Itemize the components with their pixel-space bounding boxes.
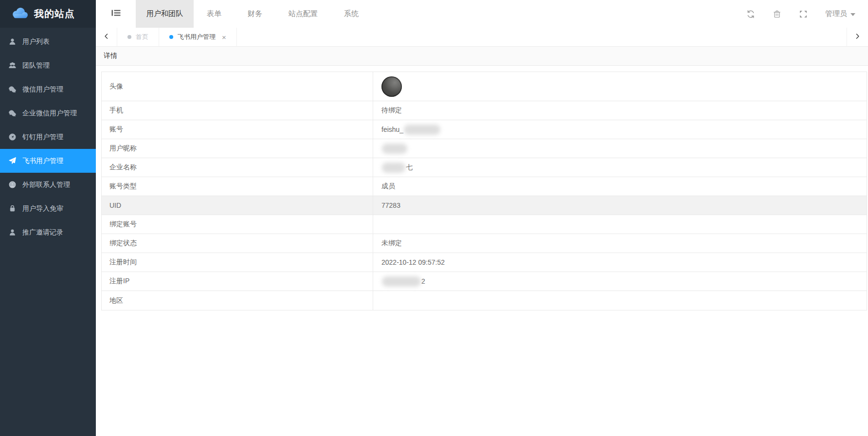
table-row: 用户昵称 xyxy=(102,139,867,158)
row-label: 绑定账号 xyxy=(102,215,373,234)
row-value xyxy=(373,139,867,158)
row-value: feishu_ xyxy=(373,120,867,139)
top-nav-tabs: 用户和团队表单财务站点配置系统 xyxy=(136,0,372,28)
redacted-value xyxy=(382,144,407,154)
page-tab-strip: 首页飞书用户管理× xyxy=(96,28,868,47)
top-nav-tab-system[interactable]: 系统 xyxy=(331,0,372,28)
panel-title: 详情 xyxy=(104,52,117,60)
table-row: 地区 xyxy=(102,291,867,310)
sidebar-item-invite-records[interactable]: 推广邀请记录 xyxy=(0,220,96,244)
row-value: 2 xyxy=(373,272,867,291)
row-label: 地区 xyxy=(102,291,373,310)
site-title: 我的站点 xyxy=(34,7,75,20)
chevron-left-icon xyxy=(103,33,109,41)
person-outline-icon xyxy=(9,229,16,236)
row-value: 待绑定 xyxy=(373,101,867,120)
detail-table: 头像手机待绑定账号feishu_用户昵称企业名称七账号类型成员UID77283绑… xyxy=(101,72,867,310)
sidebar-item-label: 外部联系人管理 xyxy=(22,181,70,189)
sidebar-item-external-contacts[interactable]: 外部联系人管理 xyxy=(0,173,96,197)
row-value: 2022-10-12 09:57:52 xyxy=(373,253,867,272)
sidebar-item-dingtalk-users[interactable]: 钉钉用户管理 xyxy=(0,125,96,149)
tabs-scroll-right-button[interactable] xyxy=(847,28,868,46)
top-nav-tab-label: 财务 xyxy=(248,9,262,18)
cell-value: 成员 xyxy=(381,182,395,191)
row-label: 手机 xyxy=(102,101,373,120)
top-nav-tab-label: 站点配置 xyxy=(289,9,318,18)
row-label: 账号 xyxy=(102,120,373,139)
top-nav-tab-label: 系统 xyxy=(344,9,359,18)
cell-value: 2022-10-12 09:57:52 xyxy=(381,258,445,266)
row-label: 注册时间 xyxy=(102,253,373,272)
topbar-actions: 管理员 xyxy=(746,0,868,28)
admin-dropdown[interactable]: 管理员 xyxy=(825,9,855,18)
sidebar-item-wechat-users[interactable]: 微信用户管理 xyxy=(0,77,96,101)
dingtalk-icon xyxy=(9,133,16,141)
sidebar-item-user-list[interactable]: 用户列表 xyxy=(0,30,96,54)
row-label: 绑定状态 xyxy=(102,234,373,253)
panel-header: 详情 xyxy=(96,47,868,66)
tab-strip-spacer xyxy=(237,28,847,46)
sidebar-item-label: 企业微信用户管理 xyxy=(22,109,77,118)
tabs-scroll-left-button[interactable] xyxy=(96,28,117,46)
fullscreen-button[interactable] xyxy=(799,10,808,18)
sidebar-item-team-management[interactable]: 团队管理 xyxy=(0,54,96,77)
table-row: 注册时间2022-10-12 09:57:52 xyxy=(102,253,867,272)
chevron-down-icon xyxy=(850,13,855,16)
sidebar-item-label: 微信用户管理 xyxy=(22,85,63,94)
sidebar-item-label: 推广邀请记录 xyxy=(22,228,63,237)
table-row: 企业名称七 xyxy=(102,158,867,177)
table-row: 手机待绑定 xyxy=(102,101,867,120)
sidebar-item-user-import[interactable]: 用户导入免审 xyxy=(0,197,96,220)
refresh-button[interactable] xyxy=(746,10,755,18)
row-label: 注册IP xyxy=(102,272,373,291)
sidebar: 我的站点 用户列表团队管理微信用户管理企业微信用户管理钉钉用户管理飞书用户管理外… xyxy=(0,0,96,436)
row-label: 账号类型 xyxy=(102,177,373,196)
brand: 我的站点 xyxy=(0,0,96,28)
sidebar-collapse-button[interactable] xyxy=(96,0,136,28)
admin-label: 管理员 xyxy=(825,9,847,18)
tab-status-dot xyxy=(169,35,173,39)
table-row: 注册IP2 xyxy=(102,272,867,291)
open-page-tabs: 首页飞书用户管理× xyxy=(117,28,237,46)
table-row: 绑定状态未绑定 xyxy=(102,234,867,253)
table-row: 绑定账号 xyxy=(102,215,867,234)
tab-status-dot xyxy=(127,35,131,39)
cloud-icon xyxy=(11,6,29,21)
top-nav-tab-label: 表单 xyxy=(207,9,221,18)
row-value xyxy=(373,72,867,101)
clear-button[interactable] xyxy=(773,10,781,18)
sidebar-menu: 用户列表团队管理微信用户管理企业微信用户管理钉钉用户管理飞书用户管理外部联系人管… xyxy=(0,28,96,244)
sidebar-item-label: 用户列表 xyxy=(22,37,50,46)
top-nav-tab-users-teams[interactable]: 用户和团队 xyxy=(136,0,194,28)
top-nav-tab-finance[interactable]: 财务 xyxy=(235,0,275,28)
page-tab-feishu-users[interactable]: 飞书用户管理× xyxy=(159,28,237,46)
top-nav-tab-forms[interactable]: 表单 xyxy=(194,0,235,28)
row-value xyxy=(373,291,867,310)
row-value: 未绑定 xyxy=(373,234,867,253)
close-icon[interactable]: × xyxy=(222,34,226,41)
row-value: 成员 xyxy=(373,177,867,196)
lock-icon xyxy=(9,205,16,212)
feishu-icon xyxy=(9,157,16,164)
menu-collapse-icon xyxy=(111,9,121,19)
redacted-value xyxy=(404,125,440,135)
row-value xyxy=(373,215,867,234)
cell-value-suffix: 七 xyxy=(406,163,413,172)
sidebar-item-label: 钉钉用户管理 xyxy=(22,133,63,142)
sidebar-item-label: 团队管理 xyxy=(22,61,50,70)
table-row: 头像 xyxy=(102,72,867,101)
content-area: 头像手机待绑定账号feishu_用户昵称企业名称七账号类型成员UID77283绑… xyxy=(96,66,868,436)
page-tab-label: 飞书用户管理 xyxy=(178,33,216,41)
external-contact-icon xyxy=(9,181,16,188)
table-row: 账号feishu_ xyxy=(102,120,867,139)
top-nav-tab-label: 用户和团队 xyxy=(146,9,183,18)
top-nav-tab-site-config[interactable]: 站点配置 xyxy=(275,0,331,28)
redacted-value xyxy=(382,163,405,173)
sidebar-item-feishu-users[interactable]: 飞书用户管理 xyxy=(0,149,96,173)
wechat-icon xyxy=(9,86,16,93)
sidebar-item-wework-users[interactable]: 企业微信用户管理 xyxy=(0,101,96,125)
users-icon xyxy=(9,62,16,69)
main-area: 用户和团队表单财务站点配置系统 管理员 首页飞书用户管理× 详情 头像手机待绑定… xyxy=(96,0,868,436)
page-tab-home[interactable]: 首页 xyxy=(117,28,159,46)
avatar xyxy=(381,76,402,97)
